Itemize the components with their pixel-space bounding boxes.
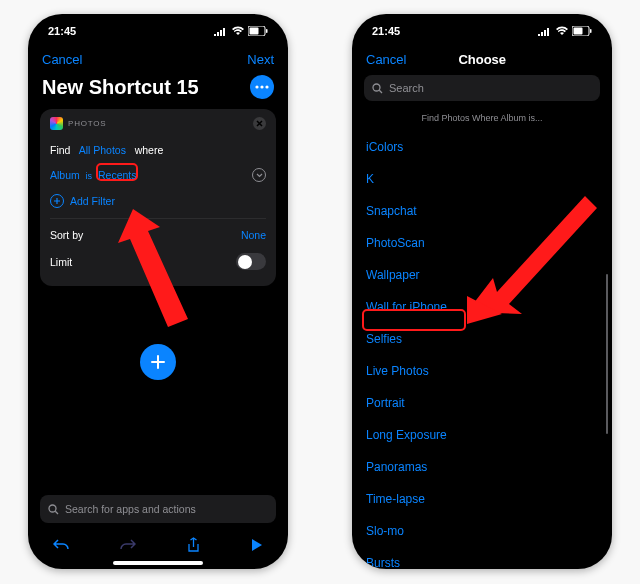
svg-point-3 [255,85,258,88]
album-item[interactable]: Wallpaper [366,259,598,291]
svg-rect-11 [590,29,592,33]
limit-toggle[interactable] [236,253,266,270]
status-bar: 21:45 [28,14,288,48]
svg-point-4 [260,85,263,88]
filter-op-token[interactable]: is [86,171,93,181]
toolbar [28,531,288,561]
photos-app-icon [50,117,63,130]
sort-value[interactable]: None [241,229,266,241]
status-time: 21:45 [372,25,400,37]
album-item[interactable]: Live Photos [366,355,598,387]
actions-search-field[interactable]: Search for apps and actions [40,495,276,523]
home-indicator[interactable] [113,561,203,565]
album-item[interactable]: Snapchat [366,195,598,227]
next-button[interactable]: Next [247,52,274,67]
album-list: iColorsKSnapchatPhotoScanWallpaperWall f… [352,131,612,561]
filter-value-token[interactable]: Recents [98,169,137,181]
album-item[interactable]: iColors [366,131,598,163]
navbar: Cancel Next [28,48,288,75]
search-icon [372,83,383,94]
svg-rect-2 [266,29,268,33]
album-item[interactable]: Wall for iPhone [366,291,598,323]
svg-point-7 [49,505,56,512]
svg-point-12 [373,84,380,91]
status-indicators [214,26,268,36]
nav-title: Choose [458,52,506,67]
chevron-down-icon [256,173,263,178]
album-item[interactable]: PhotoScan [366,227,598,259]
album-item[interactable]: Bursts [366,547,598,569]
signal-icon [538,27,552,36]
album-item[interactable]: Slo-mo [366,515,598,547]
phone-left: 21:45 Cancel Next New Shortcut 15 PHOTOS [28,14,288,569]
album-item[interactable]: Panoramas [366,451,598,483]
svg-line-8 [55,511,58,514]
navbar: Cancel Choose [352,48,612,75]
find-label: Find [50,144,70,156]
svg-line-13 [379,90,382,93]
share-icon [187,537,200,553]
play-icon [251,538,263,552]
find-source-token[interactable]: All Photos [79,144,126,156]
sort-label: Sort by [50,229,83,241]
close-icon [256,120,263,127]
signal-icon [214,27,228,36]
choose-hint: Find Photos Where Album is... [352,107,612,131]
status-bar: 21:45 [352,14,612,48]
svg-point-5 [265,85,268,88]
cancel-button[interactable]: Cancel [42,52,82,67]
where-label: where [135,144,164,156]
plus-icon [150,354,166,370]
wifi-icon [231,26,245,36]
title-bar: New Shortcut 15 [28,75,288,109]
album-item[interactable]: Time-lapse [366,483,598,515]
album-item[interactable]: Selfies [366,323,598,355]
search-icon [48,504,59,515]
album-item[interactable]: Long Exposure [366,419,598,451]
expand-filter-button[interactable] [252,168,266,182]
more-button[interactable] [250,75,274,99]
ellipsis-icon [255,85,269,89]
wifi-icon [555,26,569,36]
action-card: PHOTOS Find All Photos where Album is Re… [40,109,276,286]
undo-icon [53,538,69,552]
filter-field-token[interactable]: Album [50,169,80,181]
play-button[interactable] [251,538,263,555]
divider [50,218,266,219]
cancel-button[interactable]: Cancel [366,52,406,67]
redo-icon [120,538,136,552]
battery-icon [248,26,268,36]
redo-button[interactable] [120,538,136,555]
scrollbar[interactable] [606,274,609,434]
limit-label: Limit [50,256,72,268]
status-time: 21:45 [48,25,76,37]
action-app-name: PHOTOS [68,119,106,128]
page-title: New Shortcut 15 [42,76,199,99]
undo-button[interactable] [53,538,69,555]
add-filter-button[interactable]: Add Filter [70,195,115,207]
plus-icon [53,197,61,205]
album-search-placeholder: Search [389,82,424,94]
album-item[interactable]: K [366,163,598,195]
svg-rect-10 [574,28,583,35]
add-filter-plus-icon[interactable] [50,194,64,208]
share-button[interactable] [187,537,200,556]
status-indicators [538,26,592,36]
remove-action-button[interactable] [253,117,266,130]
album-item[interactable]: Portrait [366,387,598,419]
battery-icon [572,26,592,36]
album-search-field[interactable]: Search [364,75,600,101]
phone-right: 21:45 Cancel Choose Search Find Photos W… [352,14,612,569]
add-action-fab[interactable] [140,344,176,380]
svg-rect-1 [250,28,259,35]
actions-search-placeholder: Search for apps and actions [65,503,196,515]
